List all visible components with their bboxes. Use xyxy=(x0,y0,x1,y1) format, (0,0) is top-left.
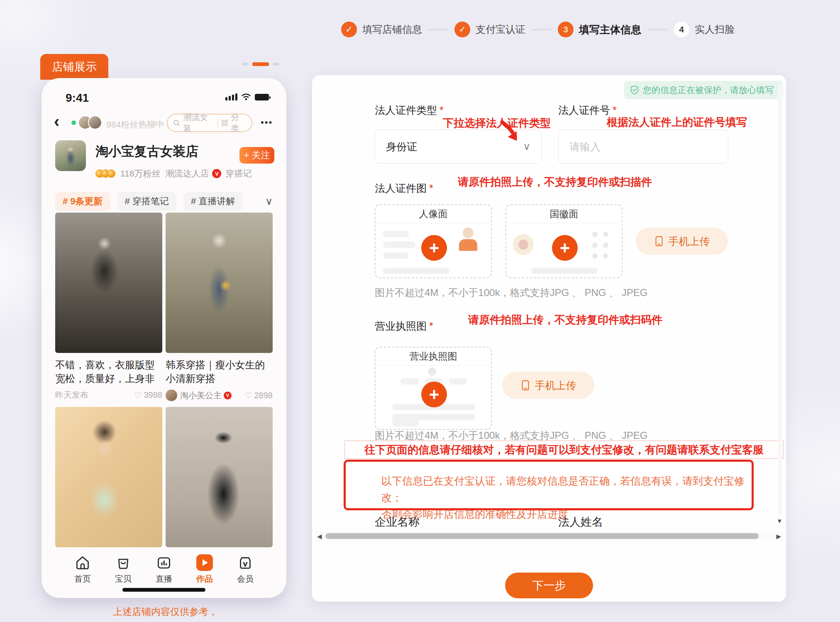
carousel-dot[interactable] xyxy=(273,63,279,66)
phone-mockup: 9:41 ‹ 984粉丝热聊中 > 潮流女装 | xyxy=(42,78,286,598)
post-photo[interactable] xyxy=(166,213,273,353)
store-badges: 118万粉丝 潮流达人店 V 穿搭记 xyxy=(95,168,252,179)
mobile-upload-button[interactable]: 手机上传 xyxy=(502,372,594,399)
vertical-scrollbar[interactable] xyxy=(778,83,782,515)
battery-icon xyxy=(255,94,269,100)
store-avatar xyxy=(55,140,86,171)
like-count: 2898 xyxy=(254,391,273,400)
tab-updates[interactable]: # 9条更新 xyxy=(55,192,110,211)
home-indicator[interactable] xyxy=(122,588,205,592)
post-meta: 淘小美公主 V ♡2898 xyxy=(166,389,273,401)
post-grid: 不错，喜欢，衣服版型宽松，质量好，上身非常... 昨天发布 ♡3988 韩系穿搭… xyxy=(55,213,273,547)
chevron-down-icon[interactable]: ∨ xyxy=(265,196,273,207)
wifi-icon xyxy=(241,93,251,100)
post-photo[interactable] xyxy=(55,407,162,547)
post-time: 昨天发布 xyxy=(55,389,88,401)
back-icon[interactable]: ‹ xyxy=(54,113,59,130)
company-name-label: 企业名称 xyxy=(375,514,420,529)
required-asterisk: * xyxy=(429,182,433,194)
bag-icon xyxy=(115,554,132,571)
more-icon[interactable]: ••• xyxy=(261,117,273,128)
search-input[interactable]: 潮流女装 | 分类 xyxy=(167,114,252,132)
phone-icon xyxy=(654,236,664,247)
post-meta: 昨天发布 ♡3988 xyxy=(55,389,162,401)
license-label: 营业执照图* xyxy=(375,319,433,333)
outfit-badge: 穿搭记 xyxy=(225,168,252,179)
id-front-illustration: + xyxy=(376,223,491,278)
tab-live-explain[interactable]: # 直播讲解 xyxy=(183,192,242,211)
upload-portrait-side[interactable]: 人像面 + xyxy=(375,204,492,278)
nav-label: 作品 xyxy=(196,573,213,585)
cert-type-label: 法人证件类型* xyxy=(375,103,444,117)
status-time: 9:41 xyxy=(66,91,89,105)
nav-items-shop[interactable]: 宝贝 xyxy=(108,554,138,585)
horizontal-scrollbar[interactable]: ◀ ▶ xyxy=(315,531,784,541)
scrollbar-thumb[interactable] xyxy=(325,533,759,539)
check-icon: ✓ xyxy=(459,24,466,34)
add-photo-icon[interactable]: + xyxy=(421,235,447,261)
carousel-dots[interactable] xyxy=(242,62,279,66)
step-divider xyxy=(532,29,551,30)
tab-outfit-notes[interactable]: # 穿搭笔记 xyxy=(117,192,176,211)
step-done-icon: ✓ xyxy=(341,22,357,37)
nav-label: 会员 xyxy=(237,573,254,585)
post-card[interactable]: 不错，喜欢，衣服版型宽松，质量好，上身非常... 昨天发布 ♡3988 xyxy=(55,213,162,407)
medal-icon xyxy=(107,169,115,178)
nav-member[interactable]: 会员 xyxy=(230,554,260,585)
scroll-down-arrow[interactable]: ▼ xyxy=(777,518,783,524)
home-icon xyxy=(74,554,91,571)
post-caption: 韩系穿搭｜瘦小女生的小清新穿搭 xyxy=(166,358,273,385)
license-hint: 请原件拍照上传，不支持复印件或扫码件 xyxy=(468,313,662,327)
member-icon xyxy=(237,554,254,571)
cert-type-value: 身份证 xyxy=(386,140,417,154)
status-icons xyxy=(225,93,269,100)
next-step-button[interactable]: 下一步 xyxy=(505,573,593,598)
scroll-left-arrow[interactable]: ◀ xyxy=(317,533,322,539)
review-hint: 往下页面的信息请仔细核对，若有问题可以到支付宝修改，有问题请联系支付宝客服 xyxy=(344,441,784,459)
carousel-dot[interactable] xyxy=(242,63,249,66)
content-tabs: # 9条更新 # 穿搭笔记 # 直播讲解 ∨ xyxy=(55,192,273,211)
upload-card-title: 人像面 xyxy=(376,205,491,223)
add-photo-icon[interactable]: + xyxy=(552,235,578,261)
heart-icon[interactable]: ♡ xyxy=(245,390,252,400)
nav-label: 首页 xyxy=(74,573,91,585)
step-label: 支付宝认证 xyxy=(476,23,525,36)
mobile-upload-button[interactable]: 手机上传 xyxy=(636,228,728,255)
step-number-badge: 4 xyxy=(674,22,689,37)
nav-works[interactable]: 作品 xyxy=(190,554,220,585)
step-divider xyxy=(429,29,448,30)
phone-footnote: 上述店铺内容仅供参考， xyxy=(113,605,218,618)
carousel-dot-active[interactable] xyxy=(252,62,269,66)
step-alipay-verify: ✓ 支付宝认证 xyxy=(454,22,525,37)
required-asterisk: * xyxy=(429,320,433,332)
heart-icon[interactable]: ♡ xyxy=(134,390,142,400)
protection-note-text: 您的信息正在被保护，请放心填写 xyxy=(643,84,774,96)
author-name: 淘小美公主 xyxy=(180,390,222,401)
post-card[interactable]: 韩系穿搭｜瘦小女生的小清新穿搭 淘小美公主 V ♡2898 xyxy=(166,213,273,407)
upload-emblem-side[interactable]: 国徽面 + xyxy=(505,204,623,278)
step-divider xyxy=(648,29,667,30)
step-label: 实人扫脸 xyxy=(695,23,735,36)
add-photo-icon[interactable]: + xyxy=(421,382,447,407)
cert-image-caption: 图片不超过4M，不小于100k，格式支持JPG 、 PNG 、 JPEG xyxy=(375,286,647,299)
license-illustration: + xyxy=(376,366,491,430)
search-icon xyxy=(173,119,181,127)
nav-live[interactable]: 直播 xyxy=(149,554,179,585)
cert-no-hint: 根据法人证件上的证件号填写 xyxy=(607,115,747,130)
nav-home[interactable]: 首页 xyxy=(68,554,98,585)
alipay-notice-line1: 以下信息已在支付宝认证，请您核对信息是否正确，若信息有误，请到支付宝修改； xyxy=(381,473,752,506)
works-play-icon xyxy=(196,554,213,571)
scroll-right-arrow[interactable]: ▶ xyxy=(776,533,781,539)
post-photo[interactable] xyxy=(166,407,273,547)
cert-no-input[interactable] xyxy=(569,141,717,153)
upload-license[interactable]: 营业执照图 + xyxy=(375,347,492,430)
mobile-upload-label: 手机上传 xyxy=(669,235,710,248)
nav-label: 直播 xyxy=(156,573,172,585)
cert-no-field[interactable] xyxy=(558,130,728,164)
post-photo[interactable] xyxy=(55,213,162,353)
upload-card-title: 国徽面 xyxy=(506,205,622,223)
annotation-arrow-icon xyxy=(496,119,524,147)
required-asterisk: * xyxy=(613,104,617,116)
follow-button[interactable]: + 关注 xyxy=(239,147,274,164)
fans-chat-link[interactable]: 984粉丝热聊中 > xyxy=(106,119,172,130)
